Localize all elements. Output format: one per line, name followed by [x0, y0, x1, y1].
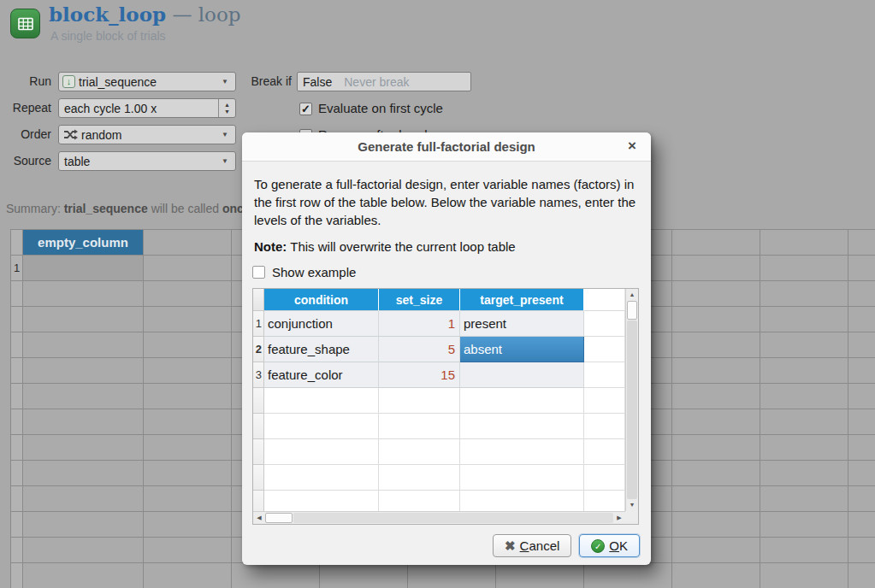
loop-table-cell[interactable] [848, 563, 875, 588]
loop-table-cell[interactable] [11, 538, 23, 563]
loop-table-cell[interactable] [848, 307, 875, 332]
loop-table-cell[interactable] [760, 332, 848, 358]
loop-table-cell[interactable] [760, 358, 848, 384]
loop-table-cell[interactable] [760, 563, 848, 588]
cell-empty[interactable] [460, 388, 584, 414]
vertical-scrollbar-thumb[interactable] [627, 301, 637, 320]
loop-table-current-cell[interactable] [23, 256, 144, 281]
column-header-extra[interactable] [584, 289, 625, 311]
row-number[interactable] [253, 414, 264, 439]
loop-table-cell[interactable] [848, 486, 875, 512]
cell-set-size[interactable]: 1 [379, 311, 460, 337]
loop-table-cell[interactable] [760, 435, 848, 461]
order-combobox[interactable]: random ▼ [58, 125, 236, 144]
cell-condition[interactable]: feature_color [264, 362, 379, 388]
loop-table-cell[interactable] [23, 435, 144, 461]
loop-table-cell[interactable] [848, 409, 875, 435]
loop-table-cell[interactable] [672, 358, 760, 384]
loop-table-cell[interactable] [672, 384, 760, 409]
loop-table-cell[interactable] [848, 256, 875, 281]
loop-table-cell[interactable] [848, 332, 875, 358]
item-description[interactable]: A single block of trials [50, 29, 166, 43]
column-header-set-size[interactable]: set_size [379, 289, 460, 311]
loop-table-cell[interactable] [496, 563, 584, 588]
loop-table-cell[interactable] [144, 409, 232, 435]
loop-table-cell[interactable] [760, 281, 848, 307]
loop-table-cell[interactable] [23, 512, 144, 538]
loop-table-cell[interactable] [144, 461, 232, 486]
loop-table-cell[interactable] [760, 461, 848, 486]
horizontal-scrollbar[interactable]: ◀ ▶ [253, 511, 625, 524]
column-header-condition[interactable]: condition [264, 289, 379, 311]
cell-empty[interactable] [584, 388, 625, 414]
cell-empty[interactable] [584, 465, 625, 491]
loop-table-cell[interactable] [144, 563, 232, 588]
loop-table-cell[interactable] [760, 307, 848, 332]
loop-table-cell[interactable] [848, 512, 875, 538]
run-combobox[interactable]: ↓ trial_sequence ▼ [58, 72, 236, 91]
show-example-checkbox[interactable] [252, 266, 265, 279]
cell-empty[interactable] [584, 491, 625, 511]
loop-table-cell[interactable] [408, 563, 496, 588]
cell-target-present[interactable] [460, 362, 584, 388]
vertical-scrollbar[interactable]: ▲ ▼ [625, 289, 638, 511]
loop-table-cell[interactable] [144, 384, 232, 409]
horizontal-scrollbar-thumb[interactable] [265, 513, 293, 523]
cell-extra[interactable] [584, 311, 625, 337]
loop-table-cell[interactable] [23, 332, 144, 358]
cell-empty[interactable] [264, 465, 379, 491]
cancel-button[interactable]: ✖ Cancel [493, 534, 571, 557]
column-header-target-present[interactable]: target_present [460, 289, 584, 311]
loop-table-cell[interactable] [144, 307, 232, 332]
evaluate-first-cycle-label[interactable]: Evaluate on first cycle [318, 101, 443, 116]
loop-table-cell[interactable] [672, 461, 760, 486]
source-combobox[interactable]: table ▼ [58, 151, 236, 171]
cell-empty[interactable] [264, 388, 379, 414]
loop-table-cell[interactable] [23, 486, 144, 512]
spin-down-icon[interactable]: ▼ [224, 109, 230, 115]
row-number[interactable]: 1 [253, 311, 264, 337]
loop-table-cell[interactable] [584, 563, 672, 588]
cell-set-size[interactable]: 5 [379, 337, 460, 362]
repeat-spinbox[interactable]: each cycle 1.00 x ▲▼ [58, 98, 236, 118]
scroll-right-icon[interactable]: ▶ [613, 512, 625, 524]
loop-table-cell[interactable] [848, 384, 875, 409]
spinner-buttons[interactable]: ▲▼ [218, 99, 235, 117]
loop-table-cell[interactable] [672, 307, 760, 332]
cell-empty[interactable] [379, 439, 460, 465]
loop-table-cell[interactable] [672, 256, 760, 281]
loop-table-header-empty-column[interactable]: empty_column [23, 230, 144, 256]
loop-table-cell[interactable] [23, 384, 144, 409]
row-number[interactable] [253, 465, 264, 491]
loop-table-cell[interactable] [11, 358, 23, 384]
loop-table-cell[interactable] [23, 358, 144, 384]
loop-table-cell[interactable] [11, 307, 23, 332]
close-icon[interactable]: × [620, 132, 644, 161]
cell-condition[interactable]: conjunction [264, 311, 379, 337]
cell-empty[interactable] [379, 465, 460, 491]
loop-table-cell[interactable] [848, 538, 875, 563]
loop-table-row-number[interactable]: 1 [11, 256, 23, 281]
loop-table-cell[interactable] [11, 409, 23, 435]
loop-table-cell[interactable] [11, 563, 23, 588]
loop-table-cell[interactable] [144, 512, 232, 538]
loop-table-cell[interactable] [144, 538, 232, 563]
cell-empty[interactable] [379, 491, 460, 511]
cell-set-size[interactable]: 15 [379, 362, 460, 388]
loop-table-cell[interactable] [672, 538, 760, 563]
row-number[interactable] [253, 388, 264, 414]
loop-table-cell[interactable] [144, 358, 232, 384]
cell-empty[interactable] [460, 414, 584, 439]
loop-table-cell[interactable] [23, 281, 144, 307]
break-if-input[interactable]: False Never break [297, 72, 471, 91]
cell-empty[interactable] [460, 465, 584, 491]
loop-table-cell[interactable] [760, 409, 848, 435]
cell-empty[interactable] [584, 439, 625, 465]
loop-table-cell[interactable] [23, 461, 144, 486]
loop-table-cell[interactable] [23, 409, 144, 435]
evaluate-first-cycle-checkbox[interactable]: ✓ [299, 103, 312, 115]
loop-table-cell[interactable] [672, 409, 760, 435]
vertical-scrollbar-track[interactable] [627, 320, 637, 499]
loop-table-cell[interactable] [144, 332, 232, 358]
cell-empty[interactable] [584, 414, 625, 439]
